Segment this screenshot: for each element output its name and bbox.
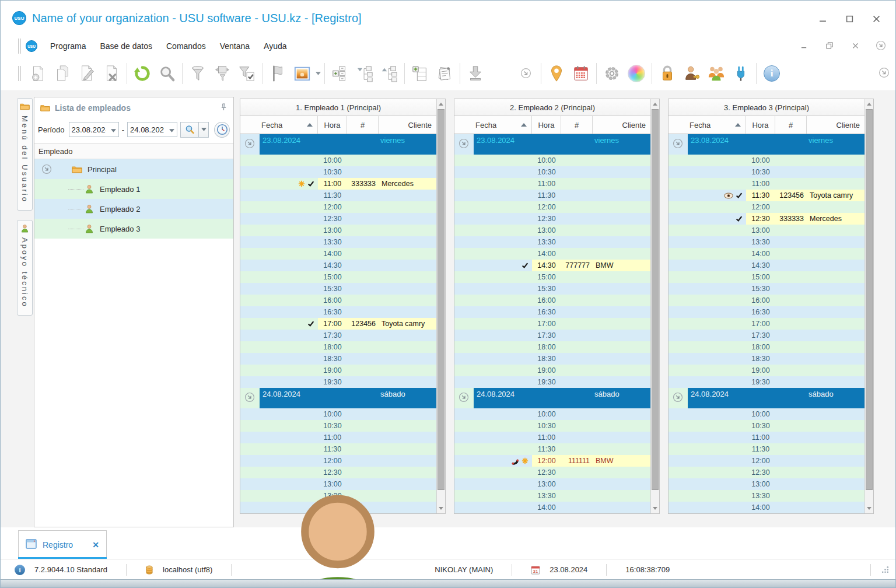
time-slot-row[interactable]: 13:30 [454, 236, 650, 248]
time-slot-row[interactable]: 777777BMW14:30 [454, 260, 650, 271]
image-button[interactable] [290, 61, 314, 86]
time-slot-row[interactable]: 10:00 [668, 408, 864, 420]
time-slot-row[interactable]: 10:00 [454, 155, 650, 166]
vertical-scrollbar[interactable] [650, 99, 659, 513]
time-slot-row[interactable]: 10:30 [668, 420, 864, 432]
toolbar-overflow-chevron-icon[interactable] [878, 67, 890, 80]
column-header-num[interactable]: # [775, 116, 807, 134]
time-slot-row[interactable]: 123456Toyota camry11:30 [668, 190, 864, 201]
vertical-scrollbar[interactable] [864, 99, 873, 513]
column-header-num[interactable]: # [347, 116, 379, 134]
notes-button[interactable] [432, 61, 457, 86]
time-slot-row[interactable]: 15:00 [454, 271, 650, 283]
scrollbar-thumb[interactable] [866, 109, 873, 490]
scroll-up-arrow-icon[interactable] [437, 100, 445, 108]
time-slot-row[interactable]: 12:30 [668, 467, 864, 478]
time-slot-row[interactable]: 19:30 [240, 376, 436, 388]
date-row[interactable]: 23.08.2024viernes [240, 134, 436, 155]
time-slot-row[interactable]: 14:30 [668, 260, 864, 271]
time-slot-row[interactable]: 13:30 [668, 236, 864, 248]
time-slot-row[interactable]: 18:00 [668, 341, 864, 353]
side-tab-apoyo-t-cnico[interactable]: Apoyo técnico [17, 220, 33, 316]
mdi-minimize-button[interactable] [797, 40, 810, 51]
menu-item-programa[interactable]: Programa [43, 38, 93, 54]
add-table-row-button[interactable] [408, 61, 432, 86]
time-slot-row[interactable]: 15:00 [240, 271, 436, 283]
time-slot-row[interactable]: 12:00 [240, 201, 436, 213]
time-slot-row[interactable]: 16:00 [240, 295, 436, 306]
column-header-cliente[interactable]: Cliente [807, 116, 864, 134]
expand-chevron-icon[interactable] [673, 138, 683, 149]
time-slot-row[interactable]: 12:30 [240, 467, 436, 478]
menu-item-ayuda[interactable]: Ayuda [257, 38, 293, 54]
time-slot-row[interactable]: 10:00 [454, 408, 650, 420]
time-slot-row[interactable]: 13:00 [668, 225, 864, 236]
image-dropdown-arrow-icon[interactable] [314, 72, 321, 75]
time-slot-row[interactable]: 15:30 [668, 283, 864, 295]
time-slot-row[interactable]: 16:00 [454, 295, 650, 306]
time-slot-row[interactable]: 14:00 [240, 248, 436, 260]
time-slot-row[interactable]: 12:00 [668, 201, 864, 213]
time-slot-row[interactable]: 333333Mercedes11:00 [240, 178, 436, 190]
expand-chevron-icon[interactable] [673, 392, 683, 402]
calendar-button[interactable] [569, 61, 593, 86]
time-slot-row[interactable]: 11:00 [454, 178, 650, 190]
column-header-fecha[interactable]: Fecha [668, 116, 746, 134]
time-slot-row[interactable]: 16:30 [240, 306, 436, 318]
time-slot-row[interactable]: 16:30 [454, 306, 650, 318]
pin-icon[interactable] [220, 103, 228, 113]
lock-button[interactable] [655, 61, 680, 86]
tree-node-empleado-2[interactable]: Empleado 2 [34, 199, 233, 219]
search-dropdown-button[interactable] [199, 122, 209, 138]
time-slot-row[interactable]: 12:30 [240, 213, 436, 225]
scroll-up-arrow-icon[interactable] [865, 100, 873, 108]
time-slot-row[interactable]: 17:30 [240, 330, 436, 341]
date-row[interactable]: 24.08.2024sábado [240, 388, 436, 408]
menu-grip[interactable] [18, 38, 21, 54]
time-slot-row[interactable]: 13:00 [668, 478, 864, 490]
tree-column-header[interactable]: Empleado [34, 143, 233, 159]
vertical-scrollbar[interactable] [436, 99, 445, 513]
time-slot-row[interactable]: 10:00 [240, 155, 436, 166]
column-header-num[interactable]: # [561, 116, 593, 134]
time-slot-row[interactable]: 11:00 [240, 432, 436, 443]
time-slot-row[interactable]: 11:00 [668, 432, 864, 443]
time-slot-row[interactable]: 11:30 [240, 443, 436, 455]
expand-chevron-icon[interactable] [244, 138, 255, 149]
expand-chevron-icon[interactable] [459, 392, 469, 402]
time-slot-row[interactable]: 18:00 [240, 341, 436, 353]
column-header-hora[interactable]: Hora [746, 116, 775, 134]
expand-collapse-list-button[interactable] [328, 61, 352, 86]
settings-gear-button[interactable] [600, 61, 624, 86]
toolbar-grip[interactable] [18, 66, 21, 81]
time-slot-row[interactable]: 18:30 [240, 353, 436, 365]
time-slot-row[interactable]: 10:30 [240, 420, 436, 432]
mdi-close-button[interactable] [849, 40, 862, 51]
time-slot-row[interactable]: 17:00 [668, 318, 864, 330]
clock-button[interactable] [214, 122, 230, 138]
time-slot-row[interactable]: 10:30 [668, 166, 864, 178]
menu-item-base-de-datos[interactable]: Base de datos [93, 38, 159, 54]
period-from-field[interactable]: 23.08.2024 [69, 122, 119, 137]
time-slot-row[interactable]: 12:00 [454, 201, 650, 213]
time-slot-row[interactable]: 13:00 [240, 225, 436, 236]
time-slot-row[interactable]: 10:00 [240, 408, 436, 420]
resize-grip[interactable] [881, 565, 890, 574]
location-pin-button[interactable] [544, 61, 569, 86]
column-header-cliente[interactable]: Cliente [379, 116, 436, 134]
search-button[interactable] [180, 122, 199, 138]
time-slot-row[interactable]: 11:00 [668, 178, 864, 190]
overflow-chevron-button[interactable] [513, 61, 538, 86]
info-button[interactable]: i [760, 61, 784, 86]
time-slot-row[interactable]: 11:30 [240, 190, 436, 201]
delete-document-button[interactable] [99, 61, 124, 86]
time-slot-row[interactable]: 12:30 [454, 467, 650, 478]
date-row[interactable]: 24.08.2024sábado [454, 388, 650, 408]
time-slot-row[interactable]: 16:30 [668, 306, 864, 318]
time-slot-row[interactable]: 14:00 [668, 248, 864, 260]
expand-chevron-icon[interactable] [459, 138, 469, 149]
tree-collapse-button[interactable] [352, 61, 377, 86]
search-button[interactable] [155, 61, 179, 86]
time-slot-row[interactable]: 11:30 [454, 443, 650, 455]
column-header-hora[interactable]: Hora [532, 116, 561, 134]
